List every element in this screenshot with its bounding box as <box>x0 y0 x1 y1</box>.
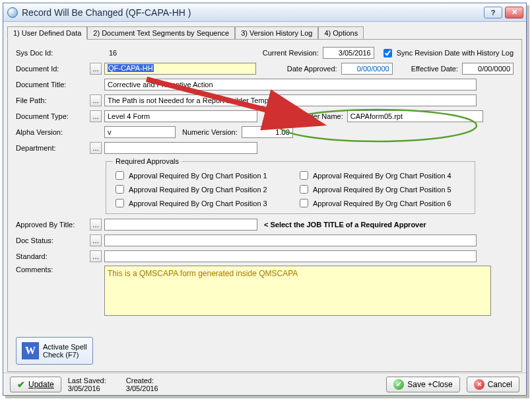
document-id-lookup-button[interactable]: … <box>90 63 102 75</box>
approved-by-title-lookup-button[interactable]: … <box>90 219 102 231</box>
document-type-field[interactable] <box>104 110 257 122</box>
cancel-icon: ✕ <box>474 379 484 390</box>
save-icon: ✔ <box>393 379 404 390</box>
tab-bar: 1) User Defined Data 2) Document Text Se… <box>3 22 526 39</box>
approval-cb-1[interactable]: Approval Required By Org Chart Position … <box>113 169 284 182</box>
standard-field[interactable] <box>104 250 477 262</box>
update-label: Update <box>28 380 54 389</box>
date-approved-field[interactable] <box>341 63 393 75</box>
lbl-standard: Standard: <box>16 252 90 260</box>
lbl-department: Department: <box>16 144 90 152</box>
lbl-created: Created: <box>126 377 158 384</box>
approval-cb-2[interactable]: Approval Required By Org Chart Position … <box>113 183 284 196</box>
app-logo-icon <box>7 7 18 18</box>
current-revision-field[interactable] <box>323 47 374 59</box>
lbl-spell-check: Activate Spell Check (F7) <box>43 343 87 359</box>
alpha-version-field[interactable] <box>104 126 176 138</box>
numeric-version-field[interactable] <box>242 126 293 138</box>
document-id-value: QF-CAPA-HH <box>108 64 154 72</box>
file-path-lookup-button[interactable]: … <box>90 94 102 106</box>
window-title: Record Will Be Changed (QF-CAPA-HH ) <box>22 7 481 18</box>
lbl-doc-status: Doc Status: <box>16 237 90 244</box>
approval-cb-3[interactable]: Approval Required By Org Chart Position … <box>113 197 284 209</box>
approval-cb-5[interactable]: Approval Required By Org Chart Position … <box>297 183 468 196</box>
document-type-lookup-button[interactable]: … <box>90 110 102 122</box>
lbl-document-title: Document Title: <box>16 81 90 89</box>
last-saved-value: 3/05/2016 <box>68 384 106 392</box>
tab-options[interactable]: 4) Options <box>318 26 364 40</box>
lbl-required-approvals: Required Approvals <box>113 157 182 165</box>
lbl-current-revision: Current Revision: <box>256 49 323 57</box>
standard-lookup-button[interactable]: … <box>90 250 102 262</box>
doc-status-lookup-button[interactable]: … <box>90 235 102 246</box>
file-path-field[interactable] <box>104 94 477 106</box>
tab-panel: Sys Doc Id: 16 Current Revision: Sync Re… <box>7 39 522 372</box>
tab-user-defined-data[interactable]: 1) User Defined Data <box>7 26 87 40</box>
spell-check-button[interactable]: W Activate Spell Check (F7) <box>16 337 93 365</box>
lbl-approved-by-title: Approved By Title: <box>16 221 90 229</box>
cancel-label: Cancel <box>488 380 512 389</box>
lbl-effective-date: Effective Date: <box>405 65 462 73</box>
approval-cb-6[interactable]: Approval Required By Org Chart Position … <box>297 197 468 209</box>
lbl-numeric-version: Numeric Version: <box>176 128 242 136</box>
footer-meta: Last Saved: 3/05/2016 Created: 3/05/2016 <box>68 377 158 392</box>
lbl-document-type: Document Type: <box>16 112 90 120</box>
titlebar: Record Will Be Changed (QF-CAPA-HH ) ? ✕ <box>3 3 526 22</box>
word-icon: W <box>22 342 39 359</box>
check-icon: ✔ <box>17 379 25 390</box>
update-button[interactable]: ✔ Update <box>10 377 61 392</box>
tab-text-segments[interactable]: 2) Document Text Segments by Sequence <box>87 26 235 40</box>
tab-version-history[interactable]: 3) Version History Log <box>235 26 318 40</box>
lbl-sys-doc-id: Sys Doc Id: <box>16 49 90 57</box>
approval-cb-4[interactable]: Approval Required By Org Chart Position … <box>297 169 468 182</box>
lbl-comments: Comments: <box>16 266 90 273</box>
created-value: 3/05/2016 <box>126 384 158 392</box>
doc-status-field[interactable] <box>104 235 477 246</box>
save-close-button[interactable]: ✔ Save +Close <box>386 377 459 392</box>
dialog-footer: ✔ Update Last Saved: 3/05/2016 Created: … <box>3 373 526 395</box>
help-icon: ? <box>491 9 496 17</box>
close-icon: ✕ <box>512 8 517 17</box>
required-approvals-group: Required Approvals Approval Required By … <box>106 157 475 214</box>
lbl-file-path: File Path: <box>16 96 90 104</box>
save-close-label: Save +Close <box>407 380 452 389</box>
approved-by-title-field[interactable] <box>104 219 257 231</box>
cancel-button[interactable]: ✕ Cancel <box>467 377 519 392</box>
lbl-document-id: Document Id: <box>16 65 90 73</box>
select-job-title-note: < Select the JOB TITLE of a Required App… <box>264 221 426 229</box>
comments-field[interactable] <box>104 266 491 316</box>
document-title-field[interactable] <box>104 79 477 91</box>
lbl-last-saved: Last Saved: <box>68 377 106 384</box>
lbl-alpha-version: Alpha Version: <box>16 128 90 136</box>
department-lookup-button[interactable]: … <box>90 142 102 154</box>
report-builder-name-field[interactable] <box>347 110 483 122</box>
sync-revision-cb[interactable] <box>383 49 392 57</box>
sync-revision-checkbox[interactable]: Sync Revision Date with History Log <box>381 47 514 59</box>
dialog-window: Record Will Be Changed (QF-CAPA-HH ) ? ✕… <box>3 3 527 396</box>
help-button[interactable]: ? <box>484 7 502 18</box>
lbl-sync-revision: Sync Revision Date with History Log <box>397 49 514 57</box>
document-id-field[interactable]: QF-CAPA-HH <box>104 63 256 75</box>
sys-doc-id-value: 16 <box>90 49 136 57</box>
lbl-report-builder-name: Report Builder Name: <box>267 112 347 120</box>
close-button[interactable]: ✕ <box>505 7 523 18</box>
department-field[interactable] <box>104 142 257 154</box>
effective-date-field[interactable] <box>462 63 514 75</box>
lbl-date-approved: Date Approved: <box>281 65 341 73</box>
